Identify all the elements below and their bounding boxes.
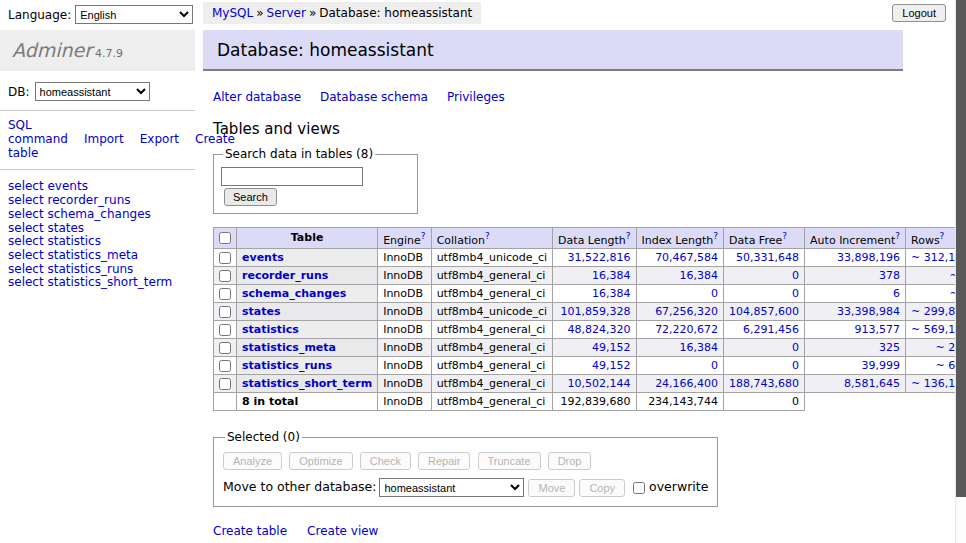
index-length-cell-link[interactable]: 16,384 <box>680 269 719 282</box>
index-length-cell: 70,467,584 <box>636 249 724 267</box>
breadcrumb-current: Database: homeassistant <box>319 6 472 20</box>
data-length-cell-link[interactable]: 101,859,328 <box>561 305 631 318</box>
column-help-link[interactable]: ? <box>895 231 900 241</box>
auto-increment-cell-link[interactable]: 8,581,645 <box>844 377 900 390</box>
data-free-cell-link[interactable]: 0 <box>792 359 799 372</box>
auto-increment-cell-link[interactable]: 913,577 <box>855 323 901 336</box>
auto-increment-cell-link[interactable]: 6 <box>893 287 900 300</box>
auto-increment-cell-link[interactable]: 33,898,196 <box>837 251 900 264</box>
data-free-cell-link[interactable]: 104,857,600 <box>729 305 799 318</box>
sidebar-select-link[interactable]: select states <box>8 222 187 235</box>
auto-increment-cell-link[interactable]: 39,999 <box>862 359 901 372</box>
sidebar-select-link[interactable]: select schema_changes <box>8 208 187 221</box>
collation-cell: utf8mb4_general_ci <box>431 375 552 393</box>
auto-increment-cell-link[interactable]: 325 <box>879 341 900 354</box>
auto-increment-cell: 8,581,645 <box>805 375 906 393</box>
table-name-link[interactable]: recorder_runs <box>242 269 328 282</box>
data-length-cell-link[interactable]: 49,152 <box>592 341 631 354</box>
index-length-cell-link[interactable]: 16,384 <box>680 341 719 354</box>
import-link[interactable]: Import <box>84 132 124 146</box>
row-checkbox[interactable] <box>219 270 231 282</box>
index-length-cell-link[interactable]: 0 <box>711 359 718 372</box>
logout-button[interactable]: Logout <box>892 4 946 22</box>
db-select[interactable]: homeassistant <box>35 82 150 101</box>
copy-button[interactable]: Copy <box>579 479 625 497</box>
language-select[interactable]: English <box>75 5 193 24</box>
row-checkbox[interactable] <box>219 252 231 264</box>
table-name-link[interactable]: schema_changes <box>242 287 346 300</box>
column-help-link[interactable]: ? <box>782 231 787 241</box>
column-help-link[interactable]: ? <box>421 231 426 241</box>
table-name-link[interactable]: states <box>242 305 281 318</box>
table-name-cell: statistics_meta <box>237 339 378 357</box>
selected-fieldset: Selected (0) Analyze Optimize Check Repa… <box>213 430 718 507</box>
index-length-cell-link[interactable]: 0 <box>711 287 718 300</box>
index-length-cell-link[interactable]: 67,256,320 <box>655 305 718 318</box>
analyze-button[interactable]: Analyze <box>223 452 282 470</box>
search-input[interactable] <box>221 167 363 186</box>
breadcrumb-mysql-link[interactable]: MySQL <box>212 6 253 20</box>
overwrite-checkbox[interactable] <box>633 482 645 494</box>
column-help-link[interactable]: ? <box>713 231 718 241</box>
index-length-cell-link[interactable]: 24,166,400 <box>655 377 718 390</box>
row-checkbox[interactable] <box>219 378 231 390</box>
sidebar-select-link[interactable]: select statistics_short_term <box>8 276 187 289</box>
data-free-cell-link[interactable]: 188,743,680 <box>729 377 799 390</box>
auto-increment-cell-link[interactable]: 33,398,984 <box>837 305 900 318</box>
check-button[interactable]: Check <box>360 452 411 470</box>
data-free-cell: 188,743,680 <box>724 375 805 393</box>
repair-button[interactable]: Repair <box>418 452 470 470</box>
data-length-cell-link[interactable]: 16,384 <box>592 269 631 282</box>
privileges-link[interactable]: Privileges <box>447 90 505 104</box>
sidebar-select-link[interactable]: select events <box>8 180 187 193</box>
sidebar-select-link[interactable]: select recorder_runs <box>8 194 187 207</box>
app-title[interactable]: Adminer <box>12 39 92 61</box>
table-name-link[interactable]: statistics <box>242 323 299 336</box>
data-free-cell-link[interactable]: 0 <box>792 341 799 354</box>
sidebar-select-link[interactable]: select statistics_runs <box>8 263 187 276</box>
search-button[interactable]: Search <box>224 188 277 206</box>
truncate-button[interactable]: Truncate <box>478 452 541 470</box>
create-view-link[interactable]: Create view <box>307 524 378 538</box>
data-free-cell-link[interactable]: 0 <box>792 287 799 300</box>
move-db-select[interactable]: homeassistant <box>379 478 524 497</box>
column-help-link[interactable]: ? <box>940 231 945 241</box>
table-name-link[interactable]: events <box>242 251 284 264</box>
row-checkbox[interactable] <box>219 342 231 354</box>
optimize-button[interactable]: Optimize <box>289 452 352 470</box>
row-checkbox[interactable] <box>219 324 231 336</box>
sql-command-link[interactable]: SQL command <box>8 118 68 146</box>
auto-increment-cell-link[interactable]: 378 <box>879 269 900 282</box>
create-table-link-main[interactable]: Create table <box>213 524 287 538</box>
sidebar-select-link[interactable]: select statistics_meta <box>8 249 187 262</box>
data-free-cell-link[interactable]: 6,291,456 <box>743 323 799 336</box>
data-free-cell-link[interactable]: 0 <box>792 269 799 282</box>
table-name-link[interactable]: statistics_short_term <box>242 377 372 390</box>
data-length-cell-link[interactable]: 10,502,144 <box>568 377 631 390</box>
select-all-checkbox[interactable] <box>219 232 231 244</box>
row-checkbox[interactable] <box>219 288 231 300</box>
data-length-cell-link[interactable]: 49,152 <box>592 359 631 372</box>
alter-database-link[interactable]: Alter database <box>213 90 301 104</box>
data-length-cell-link[interactable]: 48,824,320 <box>568 323 631 336</box>
row-checkbox[interactable] <box>219 306 231 318</box>
table-name-link[interactable]: statistics_runs <box>242 359 332 372</box>
index-length-cell-link[interactable]: 72,220,672 <box>655 323 718 336</box>
index-length-cell-link[interactable]: 70,467,584 <box>655 251 718 264</box>
export-link[interactable]: Export <box>140 132 179 146</box>
data-free-cell: 50,331,648 <box>724 249 805 267</box>
database-schema-link[interactable]: Database schema <box>320 90 428 104</box>
data-length-cell-link[interactable]: 31,522,816 <box>568 251 631 264</box>
move-button[interactable]: Move <box>528 479 575 497</box>
drop-button[interactable]: Drop <box>548 452 592 470</box>
data-length-cell-link[interactable]: 16,384 <box>592 287 631 300</box>
table-name-link[interactable]: statistics_meta <box>242 341 336 354</box>
column-help-link[interactable]: ? <box>626 231 631 241</box>
breadcrumb-server-link[interactable]: Server <box>267 6 306 20</box>
sidebar-select-link[interactable]: select statistics <box>8 235 187 248</box>
row-checkbox[interactable] <box>219 360 231 372</box>
column-help-link[interactable]: ? <box>485 231 490 241</box>
vertical-scrollbar[interactable] <box>955 0 966 543</box>
data-free-cell-link[interactable]: 50,331,648 <box>736 251 799 264</box>
scrollbar-thumb[interactable] <box>956 0 966 497</box>
